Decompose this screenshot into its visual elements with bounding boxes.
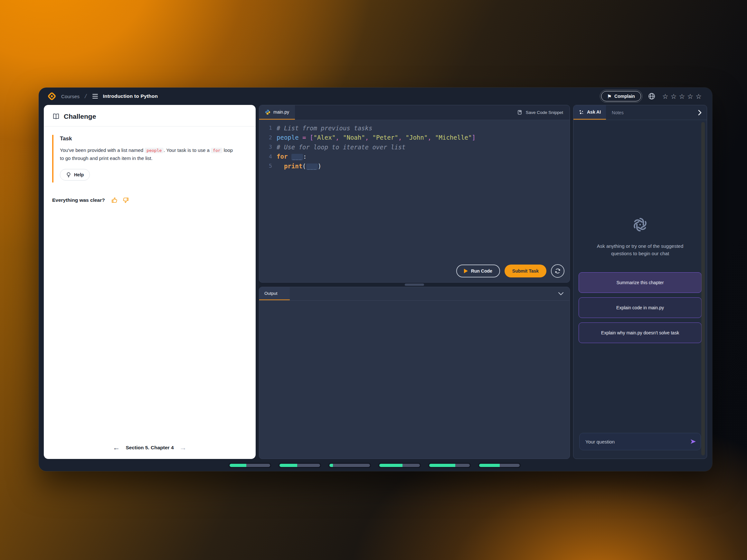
code-line[interactable]: 3# Use for loop to iterate over list	[259, 142, 570, 152]
splitter-handle-icon[interactable]	[405, 284, 424, 286]
suggested-questions: Summarize this chapter Explain code in m…	[578, 272, 702, 343]
output-tab-label: Output	[264, 291, 278, 296]
progress-segment[interactable]	[479, 464, 520, 467]
hyperskill-logo-icon[interactable]	[47, 91, 57, 101]
prev-chapter-arrow-icon[interactable]: ←	[113, 444, 120, 451]
course-menu-icon[interactable]	[92, 93, 99, 100]
output-panel: Output	[259, 287, 570, 459]
reset-code-button[interactable]	[551, 264, 564, 278]
assistant-scrollbar[interactable]	[701, 122, 705, 455]
editor-column: main.py Save Code Snippet 1# List from p…	[259, 105, 570, 459]
breadcrumb-courses[interactable]: Courses	[61, 94, 80, 99]
editor-tabbar: main.py Save Code Snippet	[259, 105, 570, 120]
lesson-panel: Challenge Task You've been provided with…	[44, 105, 256, 459]
suggestion-explain-why-not-solved[interactable]: Explain why main.py doesn't solve task	[578, 322, 702, 343]
app-window: Courses / Introduction to Python ⚑ Compl…	[38, 87, 712, 471]
assistant-empty-state: Ask anything or try one of the suggested…	[573, 215, 707, 258]
save-snippet-icon	[517, 110, 523, 115]
language-globe-icon[interactable]	[648, 93, 655, 100]
panel-splitter[interactable]	[259, 283, 570, 287]
chapter-label: Section 5. Chapter 4	[126, 445, 174, 451]
code-lines[interactable]: 1# List from previous tasks2people = ["A…	[259, 120, 570, 282]
progress-segment[interactable]	[230, 464, 270, 467]
top-bar: Courses / Introduction to Python ⚑ Compl…	[38, 87, 712, 105]
desktop-background: Courses / Introduction to Python ⚑ Compl…	[0, 0, 747, 560]
task-heading: Task	[60, 135, 246, 142]
chapter-navigation: ← Section 5. Chapter 4 →	[44, 438, 256, 459]
question-input[interactable]	[579, 433, 701, 450]
save-snippet-label: Save Code Snippet	[526, 110, 563, 115]
rating-stars[interactable]: ☆☆☆☆☆	[662, 93, 704, 100]
progress-segment[interactable]	[280, 464, 320, 467]
python-icon	[265, 109, 271, 115]
suggestion-explain-code[interactable]: Explain code in main.py	[578, 297, 702, 318]
topbar-actions: ⚑ Complain ☆☆☆☆☆	[601, 91, 704, 101]
progress-segment[interactable]	[379, 464, 420, 467]
collapse-output-button[interactable]	[552, 287, 570, 300]
thumbs-up-icon[interactable]	[111, 197, 118, 204]
progress-segment[interactable]	[429, 464, 470, 467]
ai-sparkle-icon	[578, 109, 584, 115]
tab-main-py[interactable]: main.py	[259, 105, 295, 120]
save-code-snippet-button[interactable]: Save Code Snippet	[511, 105, 570, 120]
lesson-header: Challenge	[44, 105, 256, 127]
inline-code-for: for	[211, 148, 222, 153]
help-label: Help	[74, 172, 84, 177]
course-title: Introduction to Python	[103, 93, 158, 99]
content-area: Challenge Task You've been provided with…	[44, 105, 707, 459]
thumbs-down-icon[interactable]	[122, 197, 129, 204]
book-icon	[52, 113, 60, 121]
code-line[interactable]: 2people = ["Alex", "Noah", "Peter", "Joh…	[259, 133, 570, 142]
editor-tab-label: main.py	[273, 109, 289, 114]
feedback-row: Everything was clear?	[44, 197, 256, 204]
play-icon	[464, 269, 468, 273]
submit-task-button[interactable]: Submit Task	[505, 265, 546, 277]
lesson-title: Challenge	[64, 113, 96, 121]
code-editor-panel: main.py Save Code Snippet 1# List from p…	[259, 105, 570, 283]
code-line[interactable]: 5 print(___)	[259, 161, 570, 171]
feedback-question: Everything was clear?	[52, 197, 105, 203]
flag-icon: ⚑	[607, 94, 612, 99]
output-header: Output	[259, 287, 570, 301]
progress-segment[interactable]	[329, 464, 370, 467]
inline-code-people: people	[145, 148, 163, 153]
reset-icon	[555, 268, 561, 274]
task-block: Task You've been provided with a list na…	[52, 135, 247, 183]
chevron-down-icon	[558, 292, 564, 296]
code-line[interactable]: 4for ___:	[259, 152, 570, 162]
assistant-tabbar: Ask AI Notes	[573, 105, 707, 120]
run-code-label: Run Code	[471, 268, 492, 273]
next-chapter-arrow-icon[interactable]: →	[180, 444, 187, 451]
help-button[interactable]: Help	[60, 169, 90, 181]
complain-label: Complain	[614, 94, 635, 99]
chevron-right-icon	[698, 110, 702, 115]
code-line[interactable]: 1# List from previous tasks	[259, 123, 570, 133]
tab-notes[interactable]: Notes	[606, 105, 629, 120]
editor-actions: Run Code Submit Task	[456, 264, 564, 278]
lightbulb-icon	[66, 172, 71, 178]
task-description: You've been provided with a list named p…	[60, 146, 234, 162]
complain-button[interactable]: ⚑ Complain	[601, 91, 641, 101]
assistant-empty-text: Ask anything or try one of the suggested…	[597, 242, 684, 258]
progress-bar	[230, 464, 520, 467]
expand-panel-button[interactable]	[693, 105, 707, 120]
tab-ask-ai[interactable]: Ask AI	[573, 105, 606, 120]
tab-output[interactable]: Output	[259, 287, 290, 300]
suggestion-summarize-chapter[interactable]: Summarize this chapter	[578, 272, 702, 293]
question-input-wrap	[579, 433, 701, 450]
ask-ai-label: Ask AI	[587, 109, 601, 114]
run-code-button[interactable]: Run Code	[456, 265, 500, 277]
send-arrow-icon	[690, 439, 696, 445]
assistant-panel: Ask AI Notes	[573, 105, 707, 459]
breadcrumb-separator: /	[84, 93, 87, 100]
send-question-button[interactable]	[690, 439, 696, 445]
openai-logo-icon	[631, 215, 649, 234]
